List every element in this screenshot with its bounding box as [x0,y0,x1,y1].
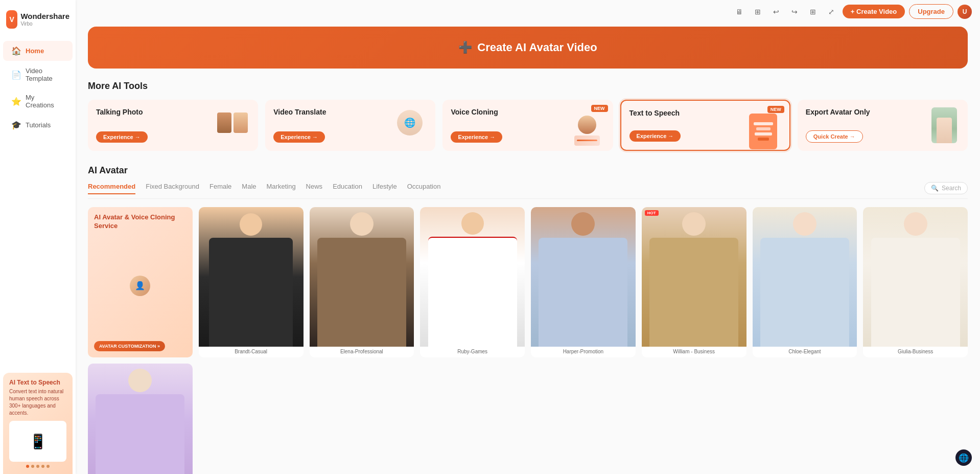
sidebar-item-my-creations[interactable]: ⭐ My Creations [3,88,73,114]
tool-card-export-avatar[interactable]: Export Avatar Only Quick Create → [798,100,968,151]
filter-tab-news[interactable]: News [306,183,323,194]
sidebar-item-tutorials-label: Tutorials [26,121,51,129]
user-avatar[interactable]: U [958,5,972,19]
sidebar-item-video-template[interactable]: 📄 Video Template [3,62,73,87]
avatar-card-chloe[interactable]: Chloe-Elegant [753,207,857,357]
hero-banner-text: ➕ Create AI Avatar Video [458,41,597,54]
main-content: 🖥 ⊞ ↩ ↪ ⊞ ⤢ + Create Video Upgrade U ➕ C… [76,0,980,474]
text-to-speech-image [740,113,786,150]
tool-export-avatar-btn[interactable]: Quick Create → [806,130,863,143]
tool-card-talking-photo[interactable]: Talking Photo Experience → [88,100,258,151]
dot-3 [36,465,39,468]
toolbar-layers-btn[interactable]: ⊞ [751,5,765,19]
sidebar-nav: 🏠 Home 📄 Video Template ⭐ My Creations 🎓… [0,41,76,135]
carousel-dots [9,465,66,468]
filter-tab-marketing[interactable]: Marketing [267,183,296,194]
sidebar-item-tutorials[interactable]: 🎓 Tutorials [3,115,73,135]
ai-tts-title: AI Text to Speech [9,379,66,386]
avatar-img-giulia [863,207,968,347]
tutorials-icon: 🎓 [11,120,21,130]
avatar-name-elena: Elena-Professional [310,347,414,357]
dot-5 [46,465,50,468]
sidebar-item-home[interactable]: 🏠 Home [3,41,73,61]
avatar-name-william: William - Business [642,347,746,357]
voice-cloning-badge: NEW [591,105,608,112]
export-avatar-image [924,105,965,146]
avatar-img-chloe [753,207,857,347]
avatar-card-william[interactable]: HOT William - Business [642,207,746,357]
tool-talking-photo-btn[interactable]: Experience → [96,131,148,143]
tool-card-voice-cloning[interactable]: NEW Voice Cloning Experience → [442,100,613,151]
avatar-filter-tabs: Recommended Fixed Background Female Male… [88,182,968,199]
toolbar-redo-btn[interactable]: ↪ [787,5,802,19]
promo-card-image: 👤 [94,231,186,341]
ai-tts-phone-preview: 📱 [9,421,66,462]
talking-photo-image [212,105,253,141]
global-icon[interactable]: 🌐 [955,449,972,466]
sidebar-item-my-creations-label: My Creations [26,94,64,109]
avatar-card-elena[interactable]: Elena-Professional [310,207,414,357]
filter-tab-lifestyle[interactable]: Lifestyle [372,183,397,194]
search-placeholder: Search [942,185,961,192]
avatar-name-giulia: Giulia-Business [863,347,968,357]
filter-tab-fixed-background[interactable]: Fixed Background [146,183,199,194]
avatar-name-ruby-games: Ruby-Games [420,347,525,357]
search-icon: 🔍 [931,185,939,192]
tool-text-to-speech-btn[interactable]: Experience → [629,130,681,142]
avatar-name-harper-promo: Harper-Promotion [531,347,636,357]
william-hot-badge: HOT [645,210,659,216]
app-name: Virbo [20,21,69,27]
toolbar-expand-btn[interactable]: ⤢ [824,5,838,19]
filter-tab-male[interactable]: Male [242,183,256,194]
avatar-promo-card[interactable]: AI Avatar & Voice Cloning Service 👤 AVAT… [88,207,193,357]
ai-tools-grid: Talking Photo Experience → 🌐 Video Trans… [88,100,968,151]
brand-name: Wondershare [20,12,69,21]
filter-tab-female[interactable]: Female [209,183,231,194]
tool-card-video-translate[interactable]: 🌐 Video Translate Experience → [265,100,435,151]
avatar-name-brandt: Brandt-Casual [199,347,304,357]
ai-tts-promo-card[interactable]: AI Text to Speech Convert text into natu… [3,373,73,474]
toolbar-grid-btn[interactable]: ⊞ [806,5,820,19]
avatar-grid-row1: AI Avatar & Voice Cloning Service 👤 AVAT… [88,207,968,474]
tool-card-text-to-speech[interactable]: NEW Text to Speech Experience → [620,100,790,151]
text-to-speech-badge: NEW [767,106,784,113]
dot-2 [31,465,34,468]
upgrade-button[interactable]: Upgrade [909,4,953,19]
hero-banner[interactable]: ➕ Create AI Avatar Video [88,27,968,69]
more-ai-tools-title: More AI Tools [88,81,968,92]
avatar-card-ruby-games[interactable]: Ruby-Games [420,207,525,357]
ai-avatar-title: AI Avatar [88,165,968,176]
create-video-button[interactable]: + Create Video [843,5,905,18]
hero-banner-label: Create AI Avatar Video [477,41,597,54]
video-template-icon: 📄 [11,70,21,80]
tool-voice-cloning-btn[interactable]: Experience → [451,131,502,143]
app-logo: V Wondershare Virbo [0,6,76,33]
filter-tab-recommended[interactable]: Recommended [88,183,135,194]
avatar-card-brandt[interactable]: Brandt-Casual [199,207,304,357]
avatar-img-harper-promo [531,207,636,347]
avatar-card-harper-promo[interactable]: Harper-Promotion [531,207,636,357]
avatar-card-giulia[interactable]: Giulia-Business [863,207,968,357]
filter-tab-education[interactable]: Education [333,183,362,194]
logo-text: Wondershare Virbo [20,12,69,27]
tool-video-translate-btn[interactable]: Experience → [273,131,325,143]
video-translate-image: 🌐 [389,105,430,141]
sidebar-item-video-template-label: Video Template [26,67,64,82]
home-icon: 🏠 [11,46,21,56]
sidebar-item-home-label: Home [26,47,44,55]
avatar-card-ruby-formal[interactable]: Ruby-Formal [88,364,193,474]
my-creations-icon: ⭐ [11,97,21,106]
avatar-search-box[interactable]: 🔍 Search [924,182,968,194]
avatar-img-ruby-games [420,207,525,347]
top-toolbar: 🖥 ⊞ ↩ ↪ ⊞ ⤢ + Create Video Upgrade U [724,0,980,23]
promo-card-button[interactable]: AVATAR CUSTOMIZATION » [94,341,165,351]
avatar-img-ruby-formal [88,364,193,474]
dot-4 [41,465,44,468]
filter-tab-occupation[interactable]: Occupation [407,183,441,194]
toolbar-monitor-btn[interactable]: 🖥 [732,5,746,19]
logo-icon: V [6,10,17,29]
sidebar: V Wondershare Virbo 🏠 Home 📄 Video Templ… [0,0,76,474]
hero-banner-icon: ➕ [458,41,472,54]
toolbar-undo-btn[interactable]: ↩ [769,5,783,19]
ai-tts-desc: Convert text into natural human speech a… [9,388,66,417]
